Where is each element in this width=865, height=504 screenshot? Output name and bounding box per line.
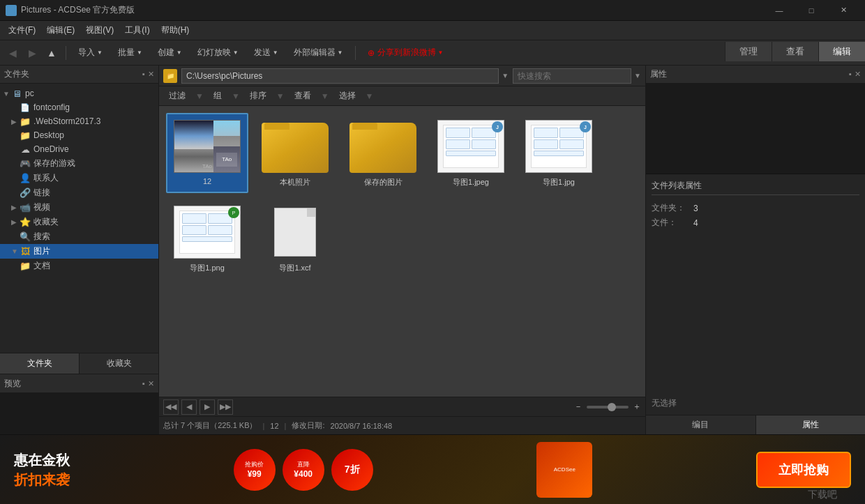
slideshow-button[interactable]: 幻灯放映▼ xyxy=(191,44,245,61)
modify-date-value: 2020/8/7 16:18:48 xyxy=(331,422,393,430)
ad-price-badge-3: 7折 xyxy=(331,449,373,491)
tab-edit[interactable]: 编辑 xyxy=(818,42,865,61)
props-pin-icon[interactable]: ▪ xyxy=(849,70,852,79)
contacts-icon: 👤 xyxy=(20,173,31,184)
send-button[interactable]: 发送▼ xyxy=(248,44,285,61)
pc-icon: 🖥 xyxy=(11,88,22,99)
tree-item-favorites[interactable]: ▶ ⭐ 收藏夹 xyxy=(0,215,158,229)
jpg-badge: J xyxy=(580,121,591,132)
tab-properties[interactable]: 属性 xyxy=(756,415,866,434)
view-first-button[interactable]: ◀◀ xyxy=(163,399,179,415)
menu-tools[interactable]: 工具(I) xyxy=(119,22,155,39)
tree-item-contacts[interactable]: 👤 联系人 xyxy=(0,171,158,185)
file-item-local-photos[interactable]: 本机照片 xyxy=(254,113,336,193)
file-item-saved-images[interactable]: 保存的图片 xyxy=(342,113,424,193)
search-input[interactable] xyxy=(513,68,631,84)
nav-up-button[interactable]: ▲ xyxy=(43,45,60,61)
file-item-12[interactable]: TAo TAo 12 xyxy=(166,113,248,193)
view-controls-bar: ◀◀ ◀ ▶ ▶▶ － ＋ xyxy=(159,397,645,416)
nav-forward-button[interactable]: ▶ xyxy=(24,45,40,61)
close-button[interactable]: ✕ xyxy=(827,0,859,21)
content-area: 📁 ▼ ▼ 过滤 ▼ 组 ▼ 排序 ▼ 查看 ▼ 选择 ▼ xyxy=(159,66,645,434)
zoom-handle[interactable] xyxy=(608,403,616,411)
tree-item-docs[interactable]: 📁 文档 xyxy=(0,259,158,273)
sidebar-title: 文件夹 xyxy=(4,68,142,80)
preview-header: 预览 ▪ ✕ xyxy=(0,374,158,392)
zoom-in-icon[interactable]: ＋ xyxy=(633,401,641,413)
tab-favorites[interactable]: 收藏夹 xyxy=(80,353,158,374)
status-bar: 总计 7 个项目（225.1 KB） | 12 | 修改日期: 2020/8/7… xyxy=(159,416,645,434)
zoom-slider[interactable] xyxy=(587,406,629,408)
toolbar-separator xyxy=(66,46,66,60)
tree-item-pictures[interactable]: ▼ 🖼 图片 xyxy=(0,244,158,259)
view-next-button[interactable]: ▶ xyxy=(200,399,215,415)
sort-button[interactable]: 排序 xyxy=(244,89,272,103)
preview-pin-icon[interactable]: ▪ xyxy=(142,379,145,388)
file-grid: TAo TAo 12 本机照片 xyxy=(159,106,645,397)
select-button[interactable]: 选择 xyxy=(333,89,361,103)
props-close-icon[interactable]: ✕ xyxy=(855,70,861,79)
tree-item-videos[interactable]: ▶ 📹 视频 xyxy=(0,200,158,215)
tab-manage[interactable]: 管理 xyxy=(725,42,772,61)
star-icon: ⭐ xyxy=(20,217,31,228)
view-last-button[interactable]: ▶▶ xyxy=(218,399,233,415)
app-icon xyxy=(6,5,17,16)
import-button[interactable]: 导入▼ xyxy=(72,44,109,61)
zoom-controls: － ＋ xyxy=(574,401,641,413)
file-item-png[interactable]: P 导图1.png xyxy=(166,199,248,279)
file-thumb-12: TAo TAo xyxy=(172,119,242,174)
left-sidebar: 文件夹 ▪ ✕ ▼ 🖥 pc 📄 fontconfig ▶ 📁 xyxy=(0,66,159,434)
tree-item-search[interactable]: 🔍 搜索 xyxy=(0,229,158,244)
nav-back-button[interactable]: ◀ xyxy=(4,45,21,61)
create-button[interactable]: 创建▼ xyxy=(151,44,188,61)
preview-area xyxy=(0,392,158,434)
menu-edit[interactable]: 编辑(E) xyxy=(41,22,80,39)
tree-item-links[interactable]: 🔗 链接 xyxy=(0,185,158,200)
preview-close-icon[interactable]: ✕ xyxy=(148,379,154,388)
group-button[interactable]: 组 xyxy=(208,89,227,103)
view-button[interactable]: 查看 xyxy=(289,89,317,103)
folder-icon: 📹 xyxy=(20,202,31,213)
tree-item-desktop[interactable]: 📁 Desktop xyxy=(0,128,158,142)
menu-view[interactable]: 视图(V) xyxy=(80,22,119,39)
tab-folder[interactable]: 文件夹 xyxy=(0,353,80,374)
batch-button[interactable]: 批量▼ xyxy=(112,44,149,61)
file-name-saved-images: 保存的图片 xyxy=(364,177,403,188)
filter-button[interactable]: 过滤 xyxy=(163,89,191,103)
file-item-jpg[interactable]: J 导图1.jpg xyxy=(518,113,600,193)
tree-item-saved-games[interactable]: 🎮 保存的游戏 xyxy=(0,156,158,171)
right-panel-header: 属性 ▪ ✕ xyxy=(646,66,865,84)
folder-icon: 📁 xyxy=(20,116,31,127)
tree-item-fontconfig[interactable]: 📄 fontconfig xyxy=(0,100,158,114)
tab-catalog[interactable]: 编目 xyxy=(646,415,756,434)
menu-file[interactable]: 文件(F) xyxy=(3,22,41,39)
maximize-button[interactable]: □ xyxy=(795,0,827,21)
title-bar: Pictures - ACDSee 官方免费版 — □ ✕ xyxy=(0,0,865,21)
file-item-jpeg[interactable]: J 导图1.jpeg xyxy=(430,113,512,193)
preview-pane: 预览 ▪ ✕ xyxy=(0,374,158,434)
tab-view[interactable]: 查看 xyxy=(772,42,818,61)
tree-item-pc[interactable]: ▼ 🖥 pc xyxy=(0,86,158,100)
view-prev-button[interactable]: ◀ xyxy=(181,399,197,415)
file-item-xcf[interactable]: 导图1.xcf xyxy=(254,199,336,279)
minimize-button[interactable]: — xyxy=(763,0,795,21)
file-thumb-local-photos xyxy=(260,119,330,174)
zoom-out-icon[interactable]: － xyxy=(574,401,582,413)
menu-help[interactable]: 帮助(H) xyxy=(156,22,195,39)
file-name-jpg: 导图1.jpg xyxy=(543,177,575,188)
ad-cta-button[interactable]: 立即抢购 xyxy=(756,452,851,488)
file-thumb-xcf xyxy=(260,204,330,260)
tree-item-webstorm[interactable]: ▶ 📁 .WebStorm2017.3 xyxy=(0,114,158,128)
tree-item-onedrive[interactable]: ☁ OneDrive xyxy=(0,142,158,156)
ext-editor-button[interactable]: 外部编辑器▼ xyxy=(287,44,349,61)
right-panel: 属性 ▪ ✕ 文件列表属性 文件夹： 3 文件： 4 无选择 编目 属性 xyxy=(645,66,865,434)
path-input[interactable] xyxy=(181,68,499,84)
path-dropdown-icon[interactable]: ▼ xyxy=(502,72,509,79)
sidebar-header: 文件夹 ▪ ✕ xyxy=(0,66,158,84)
ad-banner: 惠在金秋 折扣来袭 抢购价 ¥99 直降 ¥400 7折 ACDSee 立即抢购… xyxy=(0,434,865,504)
search-dropdown-icon[interactable]: ▼ xyxy=(634,72,641,79)
sidebar-close-icon[interactable]: ✕ xyxy=(148,70,154,79)
sidebar-pin-icon[interactable]: ▪ xyxy=(142,70,145,79)
share-weibo-button[interactable]: ⊕ 分享到新浪微博 ▼ xyxy=(361,44,450,61)
folder-icon: 🖼 xyxy=(20,246,31,257)
